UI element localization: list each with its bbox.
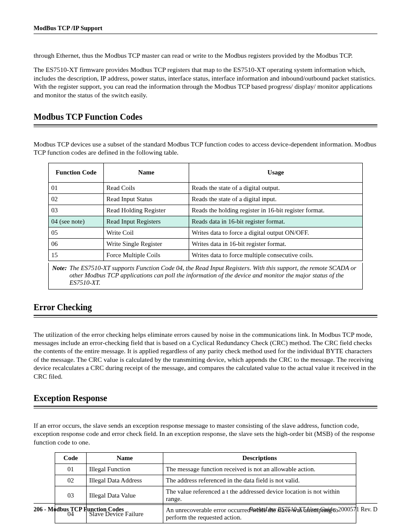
th-name: Name [87, 453, 163, 464]
th-usage: Usage [189, 163, 363, 182]
table-row: 06 Write Single Register Writes data in … [49, 238, 363, 249]
cell-name: Illegal Function [87, 464, 163, 475]
table-row: 15 Force Multiple Coils Writes data to f… [49, 249, 363, 261]
cell-name: Read Input Registers [104, 216, 189, 227]
cell-usage: Reads the holding register in 16-bit reg… [189, 205, 363, 216]
cell-code: 03 [49, 205, 104, 216]
note-body: The ES7510-XT supports Function Code 04,… [69, 264, 359, 286]
table-row: 01 Read Coils Reads the state of a digit… [49, 182, 363, 193]
cell-name: Read Input Status [104, 193, 189, 205]
function-codes-table: Function Code Name Usage 01 Read Coils R… [48, 163, 363, 261]
intro-paragraph-1: through Ethernet, thus the Modbus TCP ma… [34, 51, 377, 59]
cell-code: 04 (see note) [49, 216, 104, 227]
cell-usage: Reads the state of a digital output. [189, 182, 363, 193]
th-function-code: Function Code [49, 163, 104, 182]
table-row: 03 Read Holding Register Reads the holdi… [49, 205, 363, 216]
error-checking-paragraph: The utilization of the error checking he… [34, 330, 377, 380]
function-codes-paragraph: Modbus TCP devices use a subset of the s… [34, 140, 377, 157]
table-row: 05 Write Coil Writes data to force a dig… [49, 227, 363, 238]
section-underline [34, 124, 377, 127]
page-footer: 206 - Modbus TCP Function Codes RocketLi… [34, 503, 377, 513]
table-header-row: Function Code Name Usage [49, 163, 363, 182]
cell-usage: Reads data in 16-bit register format. [189, 216, 363, 227]
cell-name: Illegal Data Address [87, 475, 163, 486]
cell-usage: Reads the state of a digital input. [189, 193, 363, 205]
section-underline [34, 315, 377, 317]
table-row: 02 Illegal Data Address The address refe… [55, 475, 356, 486]
exception-response-paragraph: If an error occurs, the slave sends an e… [34, 421, 377, 446]
intro-paragraph-2: The ES7510-XT firmware provides Modbus T… [34, 65, 377, 99]
table-header-row: Code Name Descriptions [55, 453, 356, 464]
table-row: 02 Read Input Status Reads the state of … [49, 193, 363, 205]
cell-code: 02 [49, 193, 104, 205]
cell-name: Force Multiple Coils [104, 249, 189, 261]
th-code: Code [55, 453, 87, 464]
cell-code: 03 [55, 486, 87, 505]
cell-name: Read Coils [104, 182, 189, 193]
table-row: 03 Illegal Data Value The value referenc… [55, 486, 356, 505]
page: ModBus TCP /IP Support through Ethernet,… [0, 0, 411, 532]
cell-code: 05 [49, 227, 104, 238]
cell-code: 01 [49, 182, 104, 193]
th-name: Name [104, 163, 189, 182]
section-heading-error-checking: Error Checking [34, 302, 377, 314]
cell-usage: Writes data in 16-bit register format. [189, 238, 363, 249]
cell-desc: The value referenced a t the addressed d… [163, 486, 356, 505]
section-underline [34, 406, 377, 408]
cell-code: 06 [49, 238, 104, 249]
footer-left: 206 - Modbus TCP Function Codes [34, 506, 124, 513]
cell-name: Illegal Data Value [87, 486, 163, 505]
header-title: ModBus TCP /IP Support [34, 25, 103, 31]
footer-guide-name: RocketLinx ES7510-XT User Guide [249, 506, 335, 513]
cell-desc: The address referenced in the data field… [163, 475, 356, 486]
cell-name: Write Single Register [104, 238, 189, 249]
table-row: 01 Illegal Function The message function… [55, 464, 356, 475]
cell-name: Read Holding Register [104, 205, 189, 216]
function-codes-note: Note: The ES7510-XT supports Function Co… [48, 263, 363, 289]
th-descriptions: Descriptions [163, 453, 356, 464]
cell-usage: Writes data to force a digital output ON… [189, 227, 363, 238]
cell-code: 02 [55, 475, 87, 486]
cell-code: 01 [55, 464, 87, 475]
footer-right: RocketLinx ES7510-XT User Guide: 2000571… [249, 506, 377, 513]
table-row-highlighted: 04 (see note) Read Input Registers Reads… [49, 216, 363, 227]
footer-revision: : 2000571 Rev. D [335, 506, 377, 513]
page-header: ModBus TCP /IP Support [34, 24, 377, 34]
note-label: Note: [52, 264, 69, 286]
section-heading-exception-response: Exception Response [34, 393, 377, 405]
cell-name: Write Coil [104, 227, 189, 238]
section-heading-function-codes: Modbus TCP Function Codes [34, 112, 377, 124]
cell-code: 15 [49, 249, 104, 261]
cell-desc: The message function received is not an … [163, 464, 356, 475]
cell-usage: Writes data to force multiple consecutiv… [189, 249, 363, 261]
